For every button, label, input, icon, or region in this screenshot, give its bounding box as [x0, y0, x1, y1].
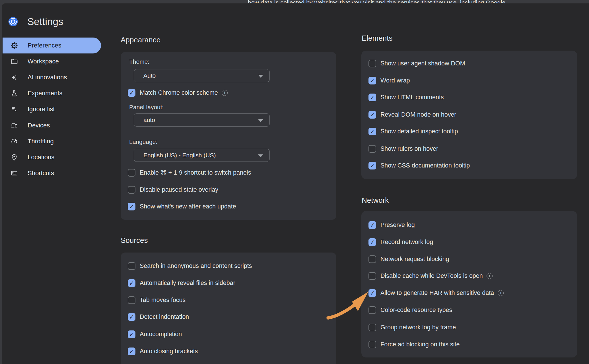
- checkbox-label: Word wrap: [380, 77, 410, 84]
- sidebar-item-workspace[interactable]: Workspace: [3, 53, 101, 69]
- panel-layout-select-value: auto: [143, 117, 155, 123]
- appearance-card: Theme: Auto Match Chrome color scheme i …: [121, 52, 336, 220]
- detect-indentation-checkbox[interactable]: [128, 313, 135, 321]
- checkbox-label: Network request blocking: [380, 256, 449, 263]
- force-ad-blocking-row[interactable]: Force ad blocking on this site: [368, 340, 460, 349]
- info-icon[interactable]: i: [498, 290, 504, 296]
- sidebar-item-preferences[interactable]: Preferences: [3, 38, 101, 53]
- network-request-blocking-checkbox[interactable]: [368, 255, 376, 263]
- elements-card: Show user agent shadow DOM Word wrap Sho…: [361, 51, 577, 179]
- gear-icon: [11, 42, 18, 49]
- search-anonymous-row[interactable]: Search in anonymous and content scripts: [128, 262, 252, 270]
- show-whats-new-checkbox[interactable]: [128, 203, 135, 210]
- language-select[interactable]: English (US) - English (US): [134, 149, 270, 162]
- folder-icon: [11, 58, 18, 65]
- checkbox-label: Automatically reveal files in sidebar: [140, 280, 235, 287]
- checkbox-label: Show HTML comments: [380, 94, 444, 101]
- match-chrome-color-scheme-row[interactable]: Match Chrome color scheme i: [128, 88, 228, 97]
- chevron-down-icon: [258, 75, 263, 78]
- disable-paused-overlay-checkbox[interactable]: [128, 186, 135, 194]
- search-anonymous-checkbox[interactable]: [128, 262, 135, 270]
- detailed-inspect-tooltip-checkbox[interactable]: [368, 128, 376, 135]
- sidebar-item-throttling[interactable]: Throttling: [3, 133, 101, 149]
- css-documentation-tooltip-checkbox[interactable]: [368, 162, 376, 169]
- autocompletion-row[interactable]: Autocompletion: [128, 330, 182, 338]
- pin-icon: [11, 154, 18, 161]
- checkbox-label: Group network log by frame: [380, 324, 456, 331]
- panel-shortcut-row[interactable]: Enable ⌘ + 1-9 shortcut to switch panels: [128, 168, 251, 177]
- color-code-resource-types-row[interactable]: Color-code resource types: [368, 306, 452, 314]
- sidebar-item-shortcuts[interactable]: Shortcuts: [3, 165, 101, 181]
- show-rulers-row[interactable]: Show rulers on hover: [368, 144, 438, 153]
- checkbox-label: Detect indentation: [140, 313, 189, 320]
- reveal-dom-node-checkbox[interactable]: [368, 111, 376, 119]
- color-code-resource-types-checkbox[interactable]: [368, 306, 376, 314]
- word-wrap-checkbox[interactable]: [368, 77, 376, 84]
- word-wrap-row[interactable]: Word wrap: [368, 76, 410, 85]
- show-ua-shadow-dom-row[interactable]: Show user agent shadow DOM: [368, 59, 465, 68]
- allow-har-sensitive-data-checkbox[interactable]: [368, 289, 376, 297]
- group-network-log-row[interactable]: Group network log by frame: [368, 323, 456, 332]
- panel-shortcut-checkbox[interactable]: [128, 169, 135, 177]
- theme-label: Theme:: [129, 58, 149, 65]
- network-card: Preserve log Record network log Network …: [361, 211, 577, 357]
- css-documentation-tooltip-row[interactable]: Show CSS documentation tooltip: [368, 161, 470, 170]
- panel-layout-select[interactable]: auto: [134, 113, 270, 127]
- allow-har-sensitive-data-row[interactable]: Allow to generate HAR with sensitive dat…: [368, 289, 504, 297]
- theme-select-value: Auto: [143, 72, 156, 79]
- auto-closing-brackets-checkbox[interactable]: [128, 348, 135, 355]
- info-icon[interactable]: i: [487, 273, 493, 279]
- show-ua-shadow-dom-checkbox[interactable]: [368, 60, 376, 67]
- sidebar-item-label: AI innovations: [28, 74, 67, 81]
- disable-paused-overlay-row[interactable]: Disable paused state overlay: [128, 185, 218, 194]
- auto-reveal-files-row[interactable]: Automatically reveal files in sidebar: [128, 279, 235, 287]
- show-html-comments-row[interactable]: Show HTML comments: [368, 93, 444, 102]
- disable-cache-checkbox[interactable]: [368, 272, 376, 280]
- sidebar-item-label: Devices: [28, 122, 50, 129]
- reveal-dom-node-row[interactable]: Reveal DOM node on hover: [368, 110, 456, 119]
- checkbox-label: Disable cache while DevTools is open: [380, 272, 483, 280]
- network-request-blocking-row[interactable]: Network request blocking: [368, 255, 449, 263]
- record-network-log-row[interactable]: Record network log: [368, 238, 433, 246]
- info-icon[interactable]: i: [222, 90, 228, 96]
- theme-select[interactable]: Auto: [134, 69, 270, 82]
- detailed-inspect-tooltip-row[interactable]: Show detailed inspect tooltip: [368, 127, 458, 136]
- chevron-down-icon: [258, 119, 263, 122]
- tab-moves-focus-row[interactable]: Tab moves focus: [128, 296, 186, 304]
- section-heading-network: Network: [362, 196, 389, 205]
- show-html-comments-checkbox[interactable]: [368, 94, 376, 101]
- sidebar-item-devices[interactable]: Devices: [3, 117, 101, 133]
- preserve-log-checkbox[interactable]: [368, 221, 376, 229]
- sidebar-item-ignore-list[interactable]: Ignore list: [3, 101, 101, 117]
- show-whats-new-row[interactable]: Show what's new after each update: [128, 202, 236, 211]
- autocompletion-checkbox[interactable]: [128, 330, 135, 338]
- section-heading-elements: Elements: [362, 34, 392, 43]
- language-select-value: English (US) - English (US): [143, 152, 216, 159]
- sidebar-item-experiments[interactable]: Experiments: [3, 85, 101, 101]
- auto-closing-brackets-row[interactable]: Auto closing brackets: [128, 347, 198, 355]
- checkbox-label: Show rulers on hover: [380, 145, 438, 152]
- force-ad-blocking-checkbox[interactable]: [368, 341, 376, 348]
- group-network-log-checkbox[interactable]: [368, 324, 376, 331]
- preserve-log-row[interactable]: Preserve log: [368, 221, 415, 229]
- flask-icon: [11, 90, 18, 97]
- sidebar-item-locations[interactable]: Locations: [3, 149, 101, 165]
- detect-indentation-row[interactable]: Detect indentation: [128, 313, 189, 321]
- checkbox-label: Color-code resource types: [380, 307, 452, 314]
- checkbox-label: Record network log: [380, 239, 433, 246]
- disable-cache-row[interactable]: Disable cache while DevTools is open i: [368, 272, 493, 280]
- chrome-logo-icon: [8, 17, 18, 26]
- show-rulers-checkbox[interactable]: [368, 145, 376, 153]
- sidebar-item-ai-innovations[interactable]: AI innovations: [3, 69, 101, 85]
- list-x-icon: [11, 106, 18, 113]
- tab-moves-focus-checkbox[interactable]: [128, 296, 135, 304]
- devices-icon: [11, 122, 18, 129]
- auto-reveal-files-checkbox[interactable]: [128, 279, 135, 287]
- match-chrome-color-scheme-checkbox[interactable]: [128, 89, 135, 97]
- checkbox-label: Show user agent shadow DOM: [380, 60, 465, 67]
- page-title: Settings: [27, 16, 63, 27]
- record-network-log-checkbox[interactable]: [368, 238, 376, 246]
- checkbox-label: Search in anonymous and content scripts: [140, 262, 252, 270]
- checkbox-label: Match Chrome color scheme: [140, 89, 218, 96]
- sidebar-item-label: Preferences: [28, 42, 61, 49]
